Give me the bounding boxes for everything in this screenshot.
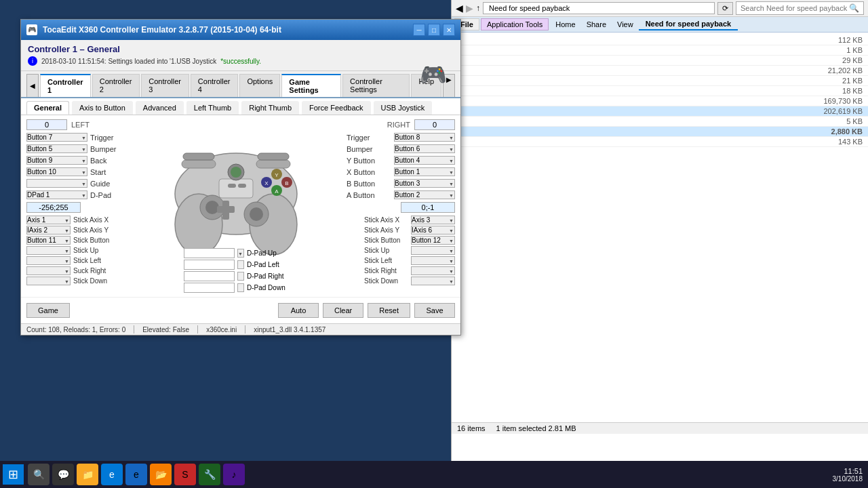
file-item-6[interactable]: 18 KB — [452, 86, 868, 96]
stick-btn-select[interactable]: Button 11 — [26, 236, 71, 245]
right-stick-btn-select[interactable]: Button 12 — [411, 236, 455, 245]
subtab-right-thumb[interactable]: Right Thumb — [241, 101, 299, 115]
b-btn-select[interactable]: Button 3 — [394, 179, 455, 188]
left-value-input[interactable] — [26, 119, 67, 130]
search-input[interactable] — [741, 4, 849, 12]
home-tab[interactable]: Home — [550, 19, 580, 30]
bumper-select[interactable]: Button 5 — [26, 144, 87, 153]
right-axis-y-select[interactable]: IAxis 6 — [411, 226, 455, 235]
auto-button[interactable]: Auto — [278, 303, 319, 318]
dpad-up-left-input[interactable] — [184, 248, 235, 258]
subtab-force-feedback[interactable]: Force Feedback — [302, 101, 370, 115]
save-button[interactable]: Save — [414, 303, 455, 318]
left-stick-left-select[interactable] — [26, 256, 71, 265]
right-stick-right-select[interactable] — [411, 266, 455, 275]
file-item-9[interactable]: 5 KB — [452, 117, 868, 127]
file-item-3[interactable]: 29 KB — [452, 56, 868, 66]
a-btn-select[interactable]: Button 2 — [394, 190, 455, 199]
nav-up-button[interactable]: ↑ — [476, 3, 480, 13]
file-item-7[interactable]: 169,730 KB — [452, 96, 868, 106]
minimize-button[interactable]: ─ — [413, 24, 425, 36]
file-item-8[interactable]: 202,619 KB — [452, 106, 868, 117]
dpad-right-select[interactable] — [237, 272, 244, 281]
file-item-4[interactable]: 21,202 KB — [452, 66, 868, 76]
address-bar[interactable]: Need for speed payback — [483, 2, 715, 14]
file-item-1[interactable]: 112 KB — [452, 35, 868, 45]
right-axis-x-select[interactable]: Axis 3 — [411, 216, 455, 224]
view-tab[interactable]: View — [612, 19, 639, 30]
left-stick-right-select[interactable] — [26, 266, 71, 275]
right-stick-up-label: Stick Up — [364, 247, 408, 254]
right-coord-input[interactable] — [401, 202, 455, 213]
right-stick-down-select[interactable] — [411, 277, 455, 285]
taskbar-cortana-icon[interactable]: 💬 — [52, 464, 74, 485]
tab-game-settings[interactable]: Game Settings — [281, 74, 341, 97]
nav-back-button[interactable]: ◀ — [456, 3, 463, 14]
taskbar-edge-icon[interactable]: e — [101, 464, 123, 485]
subtab-advanced[interactable]: Advanced — [136, 101, 184, 115]
tab-nav-left[interactable]: ◀ — [26, 74, 39, 97]
search-icon: 🔍 — [849, 3, 859, 13]
tab-controller3[interactable]: Controller 3 — [141, 74, 189, 97]
left-header-row: LEFT — [26, 119, 125, 130]
dpad-down-left-input[interactable] — [184, 283, 235, 293]
y-btn-select[interactable]: Button 4 — [394, 156, 455, 165]
right-bumper-select[interactable]: Button 6 — [394, 144, 455, 153]
start-select[interactable]: Button 10 — [26, 167, 87, 176]
dpad-down-select[interactable] — [237, 283, 244, 292]
file-item-5[interactable]: 21 KB — [452, 76, 868, 86]
taskbar-app2-icon[interactable]: 🔧 — [199, 464, 220, 485]
dpad-up-select[interactable] — [237, 249, 244, 258]
maximize-button[interactable]: □ — [428, 24, 440, 36]
right-value-input[interactable] — [414, 119, 455, 130]
right-header-row: RIGHT — [347, 119, 455, 130]
taskbar-explorer-icon[interactable]: 📁 — [77, 464, 98, 485]
dpad-select[interactable]: DPad 1 — [26, 190, 87, 199]
dpad-left-select[interactable] — [237, 260, 244, 269]
nav-forward-button[interactable]: ▶ — [466, 3, 473, 14]
subtab-general[interactable]: General — [26, 101, 69, 115]
taskbar-ie-icon[interactable]: e — [125, 464, 147, 485]
close-button[interactable]: ✕ — [443, 24, 455, 36]
reset-button[interactable]: Reset — [368, 303, 410, 318]
right-stick-left-select[interactable] — [411, 256, 455, 265]
clear-button[interactable]: Clear — [323, 303, 363, 318]
taskbar-folder-icon[interactable]: 📂 — [150, 464, 172, 485]
x-btn-select[interactable]: Button 1 — [394, 167, 455, 176]
tab-controller4[interactable]: Controller 4 — [191, 74, 239, 97]
left-stick-up-select[interactable] — [26, 246, 71, 255]
start-button[interactable]: ⊞ — [3, 464, 24, 485]
tab-controller-settings[interactable]: Controller Settings — [342, 74, 410, 97]
share-tab[interactable]: Share — [581, 19, 612, 30]
right-stick-right-wrapper: ▼ — [411, 266, 455, 275]
subtab-left-thumb[interactable]: Left Thumb — [186, 101, 239, 115]
tab-options[interactable]: Options — [239, 74, 280, 97]
file-item-10[interactable]: 2,880 KB — [452, 127, 868, 137]
refresh-button[interactable]: ⟳ — [717, 2, 733, 15]
right-stick-up-select[interactable] — [411, 246, 455, 255]
dpad-right-left-input[interactable] — [184, 271, 235, 281]
right-trigger-select[interactable]: Button 8 — [394, 133, 455, 142]
tab-controller1[interactable]: Controller 1 — [40, 74, 91, 97]
tab-controller2[interactable]: Controller 2 — [92, 74, 140, 97]
axis1-select[interactable]: Axis 1 — [26, 216, 71, 224]
game-button[interactable]: Game — [26, 303, 70, 318]
taskbar-search-icon[interactable]: 🔍 — [28, 464, 50, 485]
app-tools-tab[interactable]: Application Tools — [481, 18, 549, 30]
trigger-select[interactable]: Button 7 — [26, 133, 87, 142]
guide-select[interactable] — [26, 179, 87, 188]
dpad-left-left-input[interactable] — [184, 260, 235, 270]
taskbar-app1-icon[interactable]: S — [174, 464, 196, 485]
file-item-2[interactable]: 1 KB — [452, 45, 868, 56]
app-tools-label[interactable]: Need for speed payback — [639, 18, 738, 30]
subtab-axis-to-button[interactable]: Axis to Button — [72, 101, 133, 115]
back-select[interactable]: Button 9 — [26, 156, 87, 165]
file-item-11[interactable]: 143 KB — [452, 137, 868, 147]
back-label: Back — [90, 157, 125, 165]
axis2-select[interactable]: IAxis 2 — [26, 226, 71, 235]
coord-input[interactable] — [26, 202, 81, 213]
right-stick-btn-label: Stick Button — [364, 237, 408, 244]
left-stick-down-select[interactable] — [26, 277, 71, 285]
taskbar-app3-icon[interactable]: ♪ — [223, 464, 245, 485]
subtab-usb-joystick[interactable]: USB Joystick — [374, 101, 433, 115]
